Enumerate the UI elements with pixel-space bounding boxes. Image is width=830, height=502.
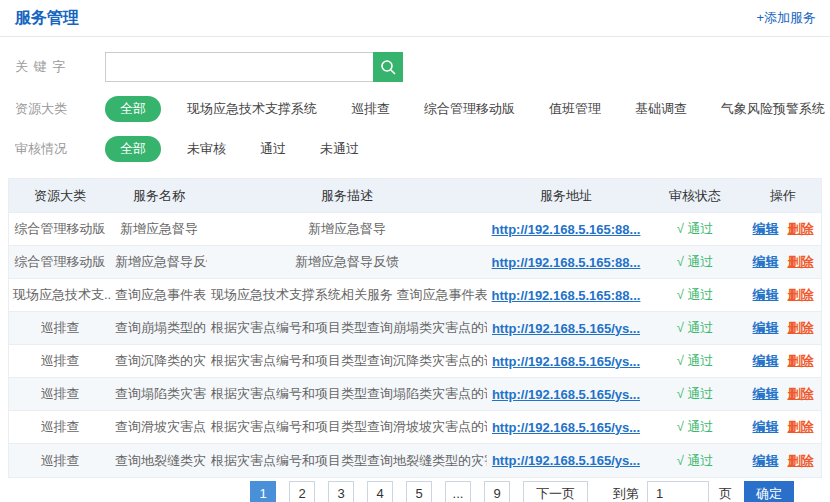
delete-link[interactable]: 删除 xyxy=(788,419,814,434)
delete-link[interactable]: 删除 xyxy=(788,254,814,269)
cell-category: 现场应急技术支... xyxy=(9,286,111,304)
cell-service-name: 查询崩塌类型的... xyxy=(111,319,207,337)
goto-confirm-button[interactable]: 确定 xyxy=(744,481,794,502)
service-url-link[interactable]: http://192.168.5.165/ys... xyxy=(492,354,640,369)
table-row: 巡排查查询地裂缝类灾...根据灾害点编号和项目类型查询地裂缝类型的灾害...ht… xyxy=(9,444,821,477)
delete-link[interactable]: 删除 xyxy=(788,353,814,368)
delete-link[interactable]: 删除 xyxy=(788,287,814,302)
page-ellipsis[interactable]: ... xyxy=(445,481,471,502)
cell-description: 根据灾害点编号和项目类型查询地裂缝类型的灾害... xyxy=(207,452,487,470)
filter-row-0: 资源大类全部现场应急技术支撑系统巡排查综合管理移动版值班管理基础调查气象风险预警… xyxy=(15,96,830,122)
goto-page-input[interactable] xyxy=(647,481,709,502)
cell-description: 根据灾害点编号和项目类型查询滑坡坡灾害点的详... xyxy=(207,418,487,436)
cell-service-name: 查询塌陷类灾害... xyxy=(111,385,207,403)
cell-description: 新增应急督导 xyxy=(207,220,487,238)
filter-option[interactable]: 现场应急技术支撑系统 xyxy=(187,96,317,122)
table-header-row: 资源大类服务名称服务描述服务地址审核状态操作 xyxy=(9,179,821,213)
cell-actions: 编辑删除 xyxy=(745,286,821,304)
column-header: 服务描述 xyxy=(207,187,487,205)
column-header: 资源大类 xyxy=(9,187,111,205)
cell-service-name: 查询沉降类的灾... xyxy=(111,352,207,370)
column-header: 审核状态 xyxy=(645,187,745,205)
filter-option[interactable]: 未审核 xyxy=(187,136,226,162)
edit-link[interactable]: 编辑 xyxy=(753,453,779,468)
filter-option[interactable]: 综合管理移动版 xyxy=(424,96,515,122)
filter-option[interactable]: 未通过 xyxy=(320,136,359,162)
service-management-page: 服务管理 +添加服务 关 键 字 资源大类全部现场应急技术支撑系统巡排查综合管理… xyxy=(0,0,830,502)
service-url-link[interactable]: http://192.168.5.165:88... xyxy=(492,222,641,237)
cell-service-name: 查询滑坡灾害点... xyxy=(111,418,207,436)
cell-actions: 编辑删除 xyxy=(745,253,821,271)
service-url-link[interactable]: http://192.168.5.165/ys... xyxy=(492,420,640,435)
goto-suffix-label: 页 xyxy=(719,485,732,502)
filter-option[interactable]: 全部 xyxy=(105,96,161,122)
status-passed-badge: √ 通过 xyxy=(677,419,714,434)
delete-link[interactable]: 删除 xyxy=(788,221,814,236)
cell-status: √ 通过 xyxy=(645,286,745,304)
table-row: 巡排查查询崩塌类型的...根据灾害点编号和项目类型查询崩塌类灾害点的详...ht… xyxy=(9,312,821,345)
status-passed-badge: √ 通过 xyxy=(677,353,714,368)
cell-category: 巡排查 xyxy=(9,452,111,470)
edit-link[interactable]: 编辑 xyxy=(753,221,779,236)
cell-actions: 编辑删除 xyxy=(745,418,821,436)
service-url-link[interactable]: http://192.168.5.165:88... xyxy=(492,255,641,270)
keyword-label: 关 键 字 xyxy=(15,58,83,76)
filter-option[interactable]: 基础调查 xyxy=(635,96,687,122)
edit-link[interactable]: 编辑 xyxy=(753,254,779,269)
cell-actions: 编辑删除 xyxy=(745,452,821,470)
edit-link[interactable]: 编辑 xyxy=(753,419,779,434)
filter-label-0: 资源大类 xyxy=(15,100,83,118)
cell-actions: 编辑删除 xyxy=(745,385,821,403)
cell-actions: 编辑删除 xyxy=(745,319,821,337)
cell-description: 现场应急技术支撑系统相关服务 查询应急事件表 xyxy=(207,286,487,304)
filter-options-1: 全部未审核通过未通过 xyxy=(105,136,393,162)
filter-option[interactable]: 值班管理 xyxy=(549,96,601,122)
cell-service-url: http://192.168.5.165/ys... xyxy=(487,354,645,369)
search-button[interactable] xyxy=(373,52,403,82)
page-button[interactable]: 1 xyxy=(250,481,276,502)
cell-service-name: 新增应急督导反馈 xyxy=(111,253,207,271)
edit-link[interactable]: 编辑 xyxy=(753,386,779,401)
edit-link[interactable]: 编辑 xyxy=(753,287,779,302)
edit-link[interactable]: 编辑 xyxy=(753,353,779,368)
service-url-link[interactable]: http://192.168.5.165/ys... xyxy=(492,453,640,468)
filter-option[interactable]: 巡排查 xyxy=(351,96,390,122)
status-passed-badge: √ 通过 xyxy=(677,287,714,302)
cell-service-name: 查询地裂缝类灾... xyxy=(111,452,207,470)
filter-section: 资源大类全部现场应急技术支撑系统巡排查综合管理移动版值班管理基础调查气象风险预警… xyxy=(0,96,830,162)
keyword-search-row: 关 键 字 xyxy=(15,52,830,82)
services-table: 资源大类服务名称服务描述服务地址审核状态操作 综合管理移动版新增应急督导新增应急… xyxy=(8,178,822,478)
delete-link[interactable]: 删除 xyxy=(788,453,814,468)
table-row: 巡排查查询塌陷类灾害...根据灾害点编号和项目类型查询塌陷类灾害点的详...ht… xyxy=(9,378,821,411)
cell-category: 综合管理移动版 xyxy=(9,253,111,271)
page-button[interactable]: 4 xyxy=(367,481,393,502)
cell-status: √ 通过 xyxy=(645,220,745,238)
pagination-bar: 12345...9下一页 到第 页 确定 xyxy=(250,481,794,502)
keyword-input[interactable] xyxy=(105,52,373,82)
next-page-button[interactable]: 下一页 xyxy=(523,481,588,502)
service-url-link[interactable]: http://192.168.5.165/ys... xyxy=(492,321,640,336)
filter-row-1: 审核情况全部未审核通过未通过 xyxy=(15,136,830,162)
edit-link[interactable]: 编辑 xyxy=(753,320,779,335)
cell-service-url: http://192.168.5.165:88... xyxy=(487,222,645,237)
filter-option[interactable]: 气象风险预警系统 xyxy=(721,96,825,122)
service-url-link[interactable]: http://192.168.5.165:88... xyxy=(492,288,641,303)
page-button[interactable]: 5 xyxy=(406,481,432,502)
table-body: 综合管理移动版新增应急督导新增应急督导http://192.168.5.165:… xyxy=(9,213,821,477)
delete-link[interactable]: 删除 xyxy=(788,320,814,335)
status-passed-badge: √ 通过 xyxy=(677,453,714,468)
filter-option[interactable]: 通过 xyxy=(260,136,286,162)
status-passed-badge: √ 通过 xyxy=(677,221,714,236)
cell-actions: 编辑删除 xyxy=(745,352,821,370)
page-button[interactable]: 3 xyxy=(328,481,354,502)
page-button[interactable]: 9 xyxy=(484,481,510,502)
service-url-link[interactable]: http://192.168.5.165/ys... xyxy=(492,387,640,402)
cell-service-url: http://192.168.5.165:88... xyxy=(487,288,645,303)
table-row: 巡排查查询滑坡灾害点...根据灾害点编号和项目类型查询滑坡坡灾害点的详...ht… xyxy=(9,411,821,444)
filter-option[interactable]: 全部 xyxy=(105,136,161,162)
delete-link[interactable]: 删除 xyxy=(788,386,814,401)
add-service-button[interactable]: +添加服务 xyxy=(756,9,816,27)
column-header: 操作 xyxy=(745,187,821,205)
cell-status: √ 通过 xyxy=(645,418,745,436)
page-button[interactable]: 2 xyxy=(289,481,315,502)
